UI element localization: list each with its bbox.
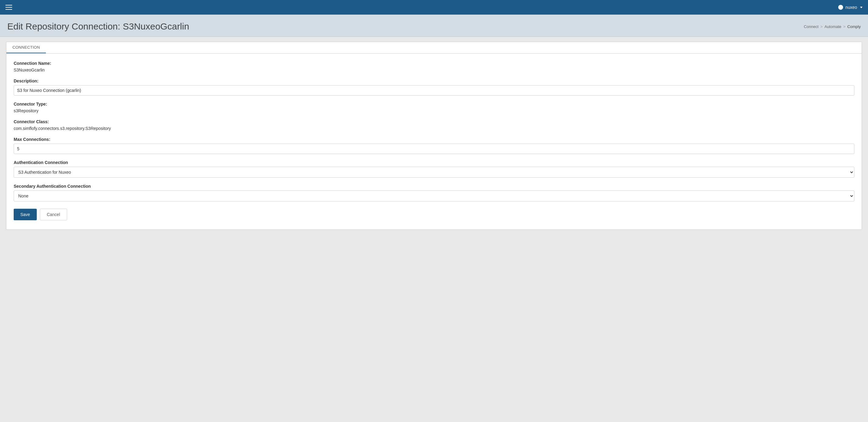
- cancel-button[interactable]: Cancel: [40, 209, 67, 220]
- form-group-secondary-auth: Secondary Authentication Connection None: [14, 184, 854, 201]
- form-content: Connection Name: S3NuxeoGcarlin Descript…: [6, 54, 862, 229]
- description-input[interactable]: [14, 85, 854, 95]
- breadcrumb-separator-1: >: [820, 24, 823, 29]
- hamburger-line: [5, 5, 12, 5]
- tab-header: CONNECTION: [6, 42, 862, 54]
- navbar-right: nuxeo: [838, 5, 863, 10]
- user-avatar-icon: [838, 5, 843, 10]
- form-group-connection-name: Connection Name: S3NuxeoGcarlin: [14, 61, 854, 73]
- breadcrumb: Connect > Automate > Comply: [804, 24, 861, 29]
- main-content: CONNECTION Connection Name: S3NuxeoGcarl…: [0, 37, 868, 234]
- form-group-connector-type: Connector Type: s3Repository: [14, 102, 854, 113]
- top-navbar: nuxeo: [0, 0, 868, 15]
- max-connections-input[interactable]: [14, 144, 854, 154]
- secondary-auth-label: Secondary Authentication Connection: [14, 184, 854, 189]
- breadcrumb-automate[interactable]: Automate: [825, 24, 842, 29]
- tab-connection[interactable]: CONNECTION: [6, 42, 46, 53]
- navbar-left: [5, 5, 12, 10]
- breadcrumb-separator-2: >: [843, 24, 845, 29]
- description-label: Description:: [14, 79, 854, 83]
- breadcrumb-connect[interactable]: Connect: [804, 24, 818, 29]
- connector-type-label: Connector Type:: [14, 102, 854, 107]
- form-group-connector-class: Connector Class: com.simflofy.connectors…: [14, 119, 854, 131]
- form-group-max-connections: Max Connections:: [14, 137, 854, 154]
- connector-type-value: s3Repository: [14, 108, 854, 113]
- button-row: Save Cancel: [14, 207, 854, 220]
- breadcrumb-comply[interactable]: Comply: [847, 24, 861, 29]
- user-menu-chevron-icon[interactable]: [860, 7, 863, 8]
- page-header: Edit Repository Connection: S3NuxeoGcarl…: [0, 15, 868, 37]
- secondary-auth-select[interactable]: None: [14, 191, 854, 201]
- save-button[interactable]: Save: [14, 209, 37, 220]
- auth-connection-select[interactable]: S3 Authentication for Nuxeo: [14, 167, 854, 178]
- max-connections-label: Max Connections:: [14, 137, 854, 142]
- form-group-description: Description:: [14, 79, 854, 95]
- hamburger-line: [5, 9, 12, 10]
- hamburger-line: [5, 7, 12, 8]
- connector-class-label: Connector Class:: [14, 119, 854, 124]
- menu-toggle-button[interactable]: [5, 5, 12, 10]
- page-title: Edit Repository Connection: S3NuxeoGcarl…: [7, 21, 189, 32]
- connection-name-label: Connection Name:: [14, 61, 854, 66]
- connection-name-value: S3NuxeoGcarlin: [14, 67, 854, 73]
- form-group-auth-connection: Authentication Connection S3 Authenticat…: [14, 160, 854, 178]
- user-name-label: nuxeo: [845, 5, 857, 10]
- auth-connection-label: Authentication Connection: [14, 160, 854, 165]
- connector-class-value: com.simflofy.connectors.s3.repository.S3…: [14, 126, 854, 131]
- tab-panel: CONNECTION Connection Name: S3NuxeoGcarl…: [6, 42, 862, 230]
